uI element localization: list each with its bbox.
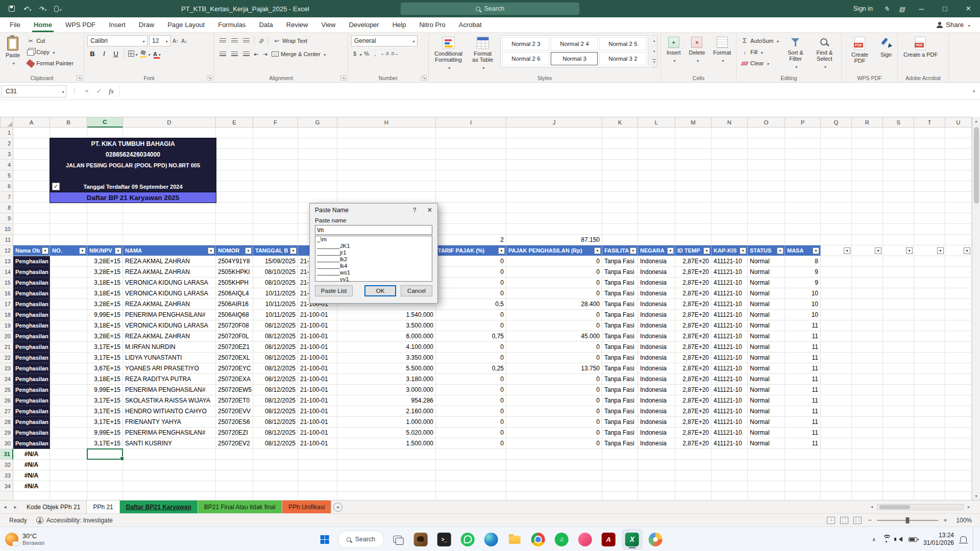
cell-A12[interactable]: Nama Ob: [13, 245, 50, 256]
name-list-item[interactable]: _______lk2: [315, 256, 432, 263]
sheet-tab-daftar-bp21-karyawan[interactable]: Daftar BP21 Karyawan: [120, 500, 198, 513]
cell-C15[interactable]: 3,18E+15: [87, 278, 123, 288]
cell-S24[interactable]: [883, 374, 914, 385]
alignment-dialog-launcher[interactable]: [340, 75, 346, 81]
cell-E4[interactable]: [216, 160, 253, 170]
cell-G35[interactable]: [298, 492, 337, 500]
comma-style-button[interactable]: [372, 50, 379, 57]
cell-J21[interactable]: 0: [506, 342, 602, 353]
cell-E7[interactable]: [216, 192, 253, 203]
cell-J13[interactable]: 0: [506, 256, 602, 267]
insert-cells-button[interactable]: Insert: [664, 35, 683, 65]
cell-P11[interactable]: [785, 235, 821, 245]
cell-S31[interactable]: [883, 449, 914, 460]
cell-I18[interactable]: 0: [436, 310, 506, 320]
column-header-E[interactable]: E: [216, 117, 253, 128]
cell-F34[interactable]: [253, 481, 298, 492]
cell-A19[interactable]: Penghasilan yang diter: [13, 320, 50, 331]
cell-P26[interactable]: 11: [785, 395, 821, 406]
cell-G1[interactable]: [298, 128, 337, 138]
cell-M31[interactable]: [675, 449, 712, 460]
cell-C11[interactable]: [87, 235, 123, 245]
cell-H25[interactable]: 3.000.000: [337, 385, 436, 395]
cell-K9[interactable]: [602, 213, 638, 224]
cell-M26[interactable]: 2,87E+20: [675, 395, 712, 406]
cell-L1[interactable]: [638, 128, 675, 138]
cell-A35[interactable]: [13, 492, 50, 500]
cell-P16[interactable]: 10: [785, 288, 821, 299]
cell-M16[interactable]: 2,87E+20: [675, 288, 712, 299]
cell-P27[interactable]: 11: [785, 406, 821, 417]
row-header-14[interactable]: 14: [0, 267, 13, 278]
cell-L30[interactable]: Indonesia: [638, 438, 675, 449]
cell-Q3[interactable]: [821, 149, 852, 160]
cell-C10[interactable]: [87, 224, 123, 235]
cell-B15[interactable]: [50, 278, 87, 288]
cell-R33[interactable]: [852, 470, 883, 481]
cell-J17[interactable]: 28.400: [506, 299, 602, 310]
cell-D17[interactable]: REZA AKMAL ZAHRAN: [123, 299, 216, 310]
cell-O5[interactable]: [748, 170, 785, 181]
cell-R22[interactable]: [852, 353, 883, 363]
cell-I29[interactable]: 0: [436, 428, 506, 438]
cell-P1[interactable]: [785, 128, 821, 138]
cell-O16[interactable]: Normal: [748, 288, 785, 299]
cell-I31[interactable]: [436, 449, 506, 460]
cell-K10[interactable]: [602, 224, 638, 235]
cell-style-normal-3[interactable]: Normal 3: [551, 52, 598, 65]
cell-T27[interactable]: [914, 406, 945, 417]
cell-K24[interactable]: Tanpa Fasi: [602, 374, 638, 385]
page-layout-view-button[interactable]: [840, 517, 848, 524]
clock[interactable]: 13:24 31/01/2026: [923, 532, 954, 547]
scroll-up-button[interactable]: [972, 117, 980, 125]
cell-D14[interactable]: REZA AKMAL ZAHRAN: [123, 267, 216, 278]
vertical-scroll-thumb[interactable]: [974, 127, 979, 204]
cell-I8[interactable]: [436, 203, 506, 213]
app-icon-excel[interactable]: [622, 529, 642, 549]
cell-B12[interactable]: NO.: [50, 245, 87, 256]
cell-L18[interactable]: Indonesia: [638, 310, 675, 320]
taskbar-search[interactable]: Search: [338, 531, 384, 548]
cell-T19[interactable]: [914, 320, 945, 331]
cell-A2[interactable]: [13, 138, 50, 149]
cell-S14[interactable]: [883, 267, 914, 278]
cell-A9[interactable]: [13, 213, 50, 224]
wifi-button[interactable]: [882, 536, 890, 542]
cell-Q17[interactable]: [821, 299, 852, 310]
cell-O21[interactable]: Normal: [748, 342, 785, 353]
filter-button-L[interactable]: [667, 247, 674, 254]
cell-Q35[interactable]: [821, 492, 852, 500]
cell-D25[interactable]: PENERIMA PENGHASILAN#: [123, 385, 216, 395]
row-header-6[interactable]: 6: [0, 181, 13, 192]
cell-C13[interactable]: 3,28E+15: [87, 256, 123, 267]
cell-D23[interactable]: YOANES ARI PRASETIYO: [123, 363, 216, 374]
cancel-entry-button[interactable]: [81, 86, 93, 97]
cell-S3[interactable]: [883, 149, 914, 160]
cell-M5[interactable]: [675, 170, 712, 181]
cell-D30[interactable]: SANTI KUSRINY: [123, 438, 216, 449]
cell-K17[interactable]: Tanpa Fasi: [602, 299, 638, 310]
cell-B17[interactable]: [50, 299, 87, 310]
cell-B25[interactable]: [50, 385, 87, 395]
cell-A26[interactable]: Penghasilan yang diter: [13, 395, 50, 406]
cell-L15[interactable]: Indonesia: [638, 278, 675, 288]
cell-B1[interactable]: [50, 128, 87, 138]
volume-button[interactable]: [896, 537, 902, 542]
checkbox[interactable]: [52, 183, 60, 190]
page-break-view-button[interactable]: [853, 517, 862, 524]
cell-F6[interactable]: [253, 181, 298, 192]
column-header-Q[interactable]: Q: [821, 117, 852, 128]
filter-button-C[interactable]: [115, 247, 121, 254]
fill-button[interactable]: Fill: [740, 46, 780, 58]
cell-B29[interactable]: [50, 428, 87, 438]
cell-N23[interactable]: 411121-10: [712, 363, 748, 374]
cell-M17[interactable]: 2,87E+20: [675, 299, 712, 310]
sort-filter-button[interactable]: Sort & Filter: [783, 35, 807, 71]
row-header-34[interactable]: 34: [0, 481, 13, 492]
cell-A14[interactable]: Penghasilan yang diter: [13, 267, 50, 278]
cell-P12[interactable]: MASA: [785, 245, 821, 256]
row-header-13[interactable]: 13: [0, 256, 13, 267]
cell-S29[interactable]: [883, 428, 914, 438]
cell-P19[interactable]: 11: [785, 320, 821, 331]
cell-N35[interactable]: [712, 492, 748, 500]
